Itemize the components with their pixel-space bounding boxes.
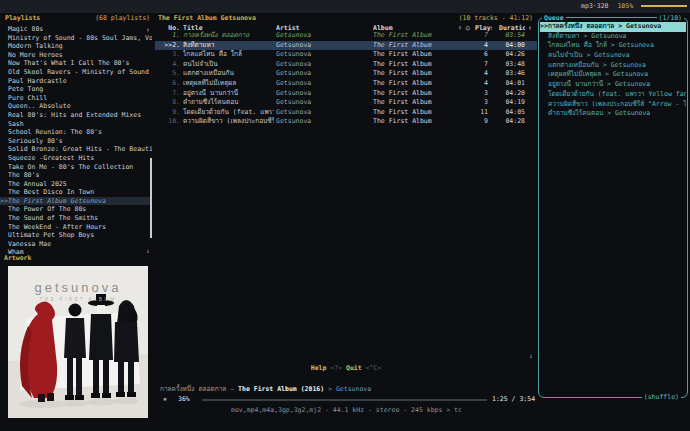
track-title: แตกต่างเหมือนกัน [183, 69, 274, 79]
playlist-item[interactable]: Magic 80s [0, 25, 152, 34]
track-number: 1. [155, 31, 180, 41]
track-artist: Getsunova [276, 79, 371, 89]
playlist-item[interactable]: Take On Me - 80's The Collection [0, 163, 152, 172]
top-tab-bar: mp3·320 105% [0, 0, 690, 13]
track-number: 8. [155, 98, 180, 108]
help-button[interactable]: Help [311, 364, 327, 372]
track-row[interactable]: 1.กาลครั้งหนึ่ง ตลอดกาลGetsunovaThe Firs… [155, 31, 537, 41]
quit-button[interactable]: Quit [346, 364, 362, 372]
track-row[interactable]: 7.อยู่ตรงนี้ นานกว่านี้GetsunovaThe Firs… [155, 89, 537, 99]
track-row[interactable]: >>2.สิ่งที่ตามหาGetsunovaThe First Album… [155, 41, 537, 51]
queue-item[interactable]: อยู่ตรงนี้ นานกว่านี้ > Getsunova [540, 80, 686, 90]
track-artist: Getsunova [276, 50, 371, 60]
playlist-item[interactable]: No More Heroes [0, 51, 152, 60]
queue-item-title: คำถามซึ่งไร้คนตอบ > Getsunova [548, 109, 650, 117]
play-state-icon[interactable]: ▪ [163, 395, 167, 403]
playlist-item[interactable]: Ultimate Pet Shop Boys [0, 231, 152, 240]
track-album: The First Album [373, 60, 457, 70]
track-title: กาลครั้งหนึ่ง ตลอดกาล [183, 31, 274, 41]
queue-item-title: ความผิดสีขาว (เพลงประกอบซีรีส์ "Arrow - … [548, 100, 686, 108]
progress-bar[interactable] [202, 399, 487, 401]
scroll-down-icon[interactable]: ↓ [146, 247, 150, 255]
playlist-item[interactable]: The WeekEnd - After Hours [0, 223, 152, 232]
playlist-item-label: The Best Disco In Town [8, 188, 94, 196]
playlist-item[interactable]: >>The First Album Getsunova [0, 197, 152, 206]
queue-item[interactable]: โดดเดี่ยวด้วยกัน (feat. แพรวา Yellow fan… [540, 90, 686, 100]
playlists-title: Playlists [5, 13, 40, 24]
track-title: สิ่งที่ตามหา [183, 41, 274, 51]
track-rows: 1.กาลครั้งหนึ่ง ตลอดกาลGetsunovaThe Firs… [155, 31, 537, 127]
playlist-item[interactable]: Sash [0, 120, 152, 129]
queue-title: Queue [542, 14, 566, 22]
playlist-item[interactable]: Now That's What I Call The 80's [0, 59, 152, 68]
queue-item[interactable]: ไกลแค่ไหน คือ ใกล้ > Getsunova [540, 41, 686, 51]
shuffle-badge[interactable]: (shuffle) [642, 393, 681, 401]
playlist-item-label: The Annual 2025 [8, 180, 67, 188]
track-row[interactable]: 10.ความผิดสีขาว (เพลงประกอบซีรีส์Getsuno… [155, 117, 537, 127]
track-artist: Getsunova [276, 41, 371, 51]
playlist-item[interactable]: Pure Chill [0, 94, 152, 103]
album-artist-separator: > [328, 385, 332, 393]
playlists-scrollbar-thumb[interactable] [150, 158, 152, 238]
track-row[interactable]: 9.โดดเดี่ยวด้วยกัน (feat. แพรวาGetsunova… [155, 108, 537, 118]
playlist-item[interactable]: Modern Talking [0, 42, 152, 51]
track-album: The First Album [373, 69, 457, 79]
playlist-item[interactable]: Squeeze -Greatest Hits [0, 154, 152, 163]
now-playing-track: กาลครั้งหนึ่ง ตลอดกาล [160, 385, 226, 393]
track-number: >>2. [155, 41, 180, 51]
playlist-item[interactable]: Solid Bronze: Great Hits - The Beauti [0, 145, 152, 154]
queue-item[interactable]: >>กาลครั้งหนึ่ง ตลอดกาล > Getsunova [540, 22, 686, 32]
playlist-item[interactable]: Pete Tong [0, 85, 152, 94]
playlist-item[interactable]: Seriously 80's [0, 137, 152, 146]
queue-item[interactable]: ความผิดสีขาว (เพลงประกอบซีรีส์ "Arrow - … [540, 100, 686, 110]
track-title: คนไม่จำเป็น [183, 60, 274, 70]
track-plays: 4 [455, 41, 488, 51]
quit-key-hint: <^C> [366, 364, 382, 372]
playlist-item-label: Now That's What I Call The 80's [8, 59, 129, 67]
playlist-item[interactable]: The 80's [0, 171, 152, 180]
track-row[interactable]: 4.คนไม่จำเป็นGetsunovaThe First Album703… [155, 60, 537, 70]
track-plays: 7 [455, 31, 488, 41]
track-album: The First Album [373, 98, 457, 108]
scroll-up-icon[interactable]: ↑ [146, 26, 150, 34]
album-art-title: getsunova [8, 280, 148, 295]
playlist-item[interactable]: Old Skool Ravers - Ministry of Sound [0, 68, 152, 77]
playlist-item[interactable]: Real 80's: Hits and Extended Mixes [0, 111, 152, 120]
artwork-label: Artwork [4, 254, 31, 262]
track-artist: Getsunova [276, 98, 371, 108]
track-artist: Getsunova [276, 31, 371, 41]
playlist-item[interactable]: The Annual 2025 [0, 180, 152, 189]
playlist-item-label: Squeeze -Greatest Hits [8, 154, 94, 162]
track-duration: 03:48 [499, 60, 525, 70]
track-duration: 04:28 [499, 117, 525, 127]
queue-item[interactable]: สิ่งที่ตามหา > Getsunova [540, 32, 686, 42]
playlist-item[interactable]: The Best Disco In Town [0, 188, 152, 197]
playlist-item[interactable]: School Reunion: The 80's [0, 128, 152, 137]
track-row[interactable]: 6.เหตุผลที่ไม่มีเหตุผลGetsunovaThe First… [155, 79, 537, 89]
tracklist-scroll-down-icon[interactable]: ↓ [529, 352, 533, 360]
tracklist-header: The First Album Getsunova (10 tracks - 4… [155, 13, 537, 24]
queue-item[interactable]: คำถามซึ่งไร้คนตอบ > Getsunova [540, 109, 686, 119]
playlist-item[interactable]: Paul Hardcastle [0, 77, 152, 86]
queue-item-title: เหตุผลที่ไม่มีเหตุผล > Getsunova [548, 70, 648, 78]
track-row[interactable]: 3.ไกลแค่ไหน คือ ใกล้GetsunovaThe First A… [155, 50, 537, 60]
playlist-item[interactable]: The Sound of The Smiths [0, 214, 152, 223]
playlist-item-label: Ministry of Sound - 80s Soul Jams, Vo [8, 34, 152, 42]
track-row[interactable]: 5.แตกต่างเหมือนกันGetsunovaThe First Alb… [155, 69, 537, 79]
playlist-item[interactable]: The Power Of The 80s [0, 205, 152, 214]
track-title: โดดเดี่ยวด้วยกัน (feat. แพรวา [183, 108, 274, 118]
track-row[interactable]: 8.คำถามซึ่งไร้คนตอบGetsunovaThe First Al… [155, 98, 537, 108]
track-plays: 6 [455, 50, 488, 60]
help-key-hint: <?> [330, 364, 342, 372]
playlist-item[interactable]: Vanessa Mae [0, 240, 152, 249]
queue-item[interactable]: แตกต่างเหมือนกัน > Getsunova [540, 61, 686, 71]
queue-item[interactable]: เหตุผลที่ไม่มีเหตุผล > Getsunova [540, 70, 686, 80]
queue-item[interactable]: คนไม่จำเป็น > Getsunova [540, 51, 686, 61]
album-art: getsunova THE FIRST ALBUM [8, 266, 148, 418]
playlist-item[interactable]: Ministry of Sound - 80s Soul Jams, Vo [0, 34, 152, 43]
track-album: The First Album [373, 117, 457, 127]
volume-bar[interactable] [641, 5, 687, 7]
queue-item-title: คนไม่จำเป็น > Getsunova [548, 51, 630, 59]
playlist-item-label: Sash [8, 120, 24, 128]
playlist-item[interactable]: Queen.. Absolute [0, 102, 152, 111]
